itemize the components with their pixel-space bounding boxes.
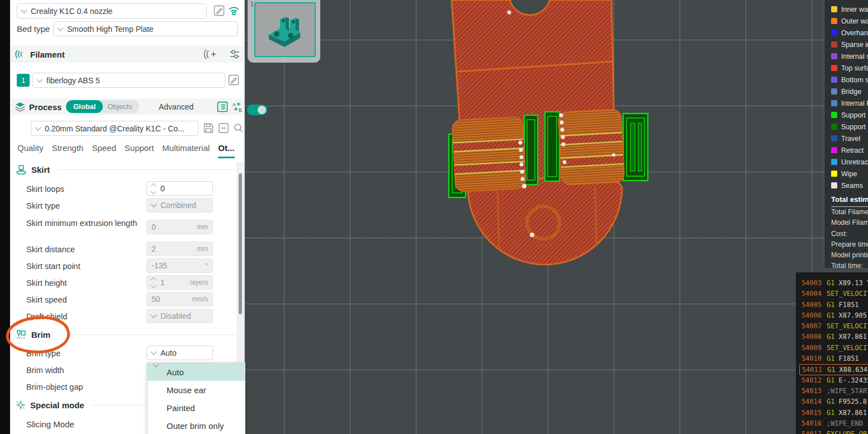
gcode-line-54014[interactable]: 54014G1F9525.8 bbox=[799, 397, 868, 407]
gcode-viewer[interactable]: 54003G1X89.13 Y154004SET_VELOCITY54005G1… bbox=[796, 272, 868, 434]
save-profile-icon[interactable] bbox=[203, 122, 214, 134]
edit-printer-icon[interactable] bbox=[214, 5, 225, 16]
dropdown-option-painted[interactable]: Painted bbox=[148, 399, 245, 417]
gcode-command: SET_VELOCITY bbox=[827, 343, 868, 353]
legend-item-seams: Seams bbox=[831, 180, 868, 191]
legend-swatch-wipe bbox=[831, 171, 837, 177]
legend-item-bridge: Bridge bbox=[831, 86, 868, 97]
bed-type-select[interactable]: Smooth High Temp Plate bbox=[53, 21, 238, 36]
remove-profile-icon[interactable] bbox=[218, 122, 229, 134]
setting-label: Skirt speed bbox=[26, 295, 67, 305]
gcode-command: G1 bbox=[827, 397, 834, 407]
legend-label: Inner wall bbox=[841, 6, 868, 13]
tab-speed[interactable]: Speed bbox=[92, 143, 116, 158]
gcode-line-54004[interactable]: 54004SET_VELOCITY bbox=[799, 289, 868, 299]
tab-strength[interactable]: Strength bbox=[52, 143, 84, 158]
filament-settings-icon[interactable] bbox=[229, 49, 240, 60]
gcode-line-54015[interactable]: 54015G1X87.861 Y1 bbox=[799, 408, 868, 418]
legend-swatch-internal-bridge bbox=[831, 100, 837, 106]
gcode-line-54003[interactable]: 54003G1X89.13 Y1 bbox=[799, 278, 868, 289]
process-layers-icon bbox=[15, 101, 26, 112]
gcode-line-54009[interactable]: 54009SET_VELOCITY bbox=[799, 343, 868, 353]
legend-label: Internal Bridge bbox=[841, 100, 868, 107]
search-settings-icon[interactable] bbox=[233, 122, 244, 134]
dropdown-option-auto[interactable]: Auto bbox=[148, 363, 245, 381]
gcode-line-54010[interactable]: 54010G1F1851 bbox=[799, 353, 868, 364]
sliced-model[interactable] bbox=[436, 0, 660, 280]
legend-swatch-top-surface bbox=[831, 65, 837, 71]
filament-select[interactable]: fiberlogy ABS 5 bbox=[32, 73, 225, 88]
legend-label: Travel bbox=[841, 135, 860, 143]
wifi-connection-icon[interactable] bbox=[228, 5, 240, 16]
process-scope-toggle[interactable]: Global Objects bbox=[66, 100, 139, 113]
gcode-line-54006[interactable]: 54006G1X87.905 Y1 bbox=[799, 310, 868, 321]
plate-thumbnail-preview[interactable] bbox=[254, 2, 316, 57]
skirt-distance-input[interactable]: 2 mm bbox=[146, 242, 213, 256]
total-row-model-filament: Model Filament: bbox=[831, 218, 868, 228]
spinner-arrows-icon[interactable] bbox=[151, 184, 155, 194]
brim-type-select[interactable]: Auto bbox=[146, 346, 213, 360]
panel-scrollbar-thumb[interactable] bbox=[239, 173, 242, 314]
gcode-line-54008[interactable]: 54008G1X87.861 Y1 bbox=[799, 332, 868, 342]
check-chevron-icon bbox=[153, 361, 159, 367]
legend-swatch-sparse-infill bbox=[831, 41, 837, 48]
chevron-down-icon bbox=[150, 201, 156, 207]
legend-item-support-interface: Support interface bbox=[831, 121, 868, 133]
chevron-down-icon bbox=[21, 7, 27, 13]
filament-section-title: Filament bbox=[30, 50, 65, 59]
compare-ab-icon[interactable]: A B bbox=[231, 101, 244, 113]
tab-support[interactable]: Support bbox=[125, 143, 154, 158]
scope-objects[interactable]: Objects bbox=[103, 102, 139, 111]
option-label: Outer brim only bbox=[167, 421, 224, 431]
edit-filament-icon[interactable] bbox=[228, 74, 239, 86]
setting-value: 0 bbox=[151, 223, 156, 232]
gcode-params: X87.861 Y1 bbox=[838, 408, 868, 418]
add-filament-icon[interactable] bbox=[204, 49, 217, 60]
divider bbox=[58, 169, 235, 170]
gcode-line-54011[interactable]: 54011G1X88.634 Y1 bbox=[799, 364, 868, 375]
gcode-command: G1 bbox=[827, 310, 834, 321]
draft-shield-select[interactable]: Disabled bbox=[146, 309, 213, 323]
tab-quality[interactable]: Quality bbox=[17, 143, 44, 158]
scope-global[interactable]: Global bbox=[66, 100, 103, 113]
gcode-line-54017[interactable]: 54017EXCLUDE_OB bbox=[799, 429, 868, 434]
total-row-model-printing-time: Model printing time: bbox=[831, 250, 868, 261]
skirt-speed-input[interactable]: 50 mm/s bbox=[146, 292, 213, 306]
setting-value: 50 bbox=[151, 295, 160, 304]
tab-multimaterial[interactable]: Multimaterial bbox=[162, 143, 210, 158]
tab-ot[interactable]: Ot... bbox=[218, 143, 234, 158]
dropdown-option-outer-brim-only[interactable]: Outer brim only bbox=[148, 417, 245, 434]
legend-item-sparse-infill: Sparse infill bbox=[831, 39, 868, 50]
skirt-start-point-input[interactable]: -135 ° bbox=[146, 258, 213, 273]
setting-label: Skirt type bbox=[26, 201, 60, 211]
plate-thumbnail-card[interactable]: 1 bbox=[248, 0, 320, 63]
skirt-section-header: Skirt bbox=[16, 164, 235, 174]
advanced-toggle[interactable] bbox=[247, 105, 267, 115]
model-cylinder-left bbox=[452, 117, 527, 192]
gcode-line-54005[interactable]: 54005G1F1851 bbox=[799, 300, 868, 310]
gcode-params: X89.13 Y1 bbox=[838, 278, 868, 289]
skirt-height-input[interactable]: 1 layers bbox=[146, 275, 213, 290]
legend-swatch-travel bbox=[831, 135, 837, 141]
gcode-line-54012[interactable]: 54012G1E-.32435 F bbox=[799, 375, 868, 386]
parameter-list-icon[interactable] bbox=[217, 101, 228, 112]
setting-value: Disabled bbox=[160, 312, 191, 320]
dropdown-option-mouse-ear[interactable]: Mouse ear bbox=[148, 381, 245, 399]
filament-slot-badge[interactable]: 1 bbox=[17, 74, 30, 87]
gcode-line-54007[interactable]: 54007SET_VELOCITY bbox=[799, 321, 868, 332]
legend-label: Bridge bbox=[841, 88, 861, 96]
gcode-command: G1 bbox=[827, 365, 835, 374]
skirt-type-select[interactable]: Combined bbox=[146, 198, 213, 213]
filament-section-header: Filament bbox=[10, 46, 244, 63]
setting-label: Slicing Mode bbox=[26, 419, 74, 430]
gcode-line-54016[interactable]: 54016;WIPE_END bbox=[799, 418, 868, 429]
skirt-loops-input[interactable]: 0 bbox=[146, 181, 213, 196]
process-profile-select[interactable]: 0.20mm Standard @Creality K1C - Co... bbox=[31, 121, 198, 136]
gcode-line-54013[interactable]: 54013;WIPE_START bbox=[799, 386, 868, 397]
total-row-total-time: Total time: bbox=[831, 261, 868, 271]
printer-select[interactable]: Creality K1C 0.4 nozzle bbox=[17, 3, 207, 18]
setting-value: 2 bbox=[151, 244, 156, 253]
legend-swatch-overhang bbox=[831, 30, 837, 36]
spinner-arrows-icon[interactable] bbox=[151, 278, 155, 287]
skirt-min-extrusion-input[interactable]: 0 mm bbox=[146, 220, 213, 234]
